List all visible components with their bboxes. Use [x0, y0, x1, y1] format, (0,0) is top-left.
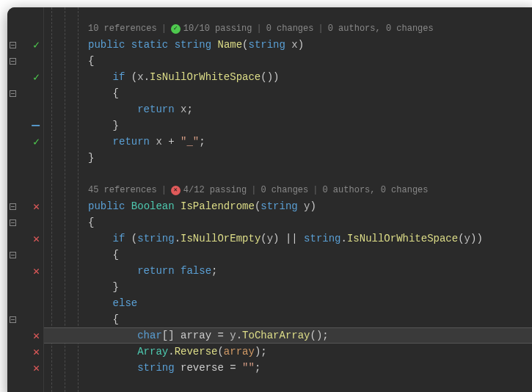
codelens-sep: |: [318, 21, 323, 37]
code-area[interactable]: 10 references | ✓ 10/10 passing | 0 chan…: [44, 7, 532, 392]
codelens-tests[interactable]: 4/12 passing: [183, 182, 247, 198]
code-line[interactable]: return false;: [44, 263, 532, 279]
gutter-fail-icon: ✕: [7, 263, 44, 279]
gutter-pass-icon: ✓: [7, 37, 44, 53]
code-line[interactable]: }: [44, 150, 532, 166]
codelens-changes[interactable]: 0 changes: [266, 21, 314, 37]
fold-toggle[interactable]: [7, 214, 18, 231]
code-line[interactable]: {: [44, 247, 532, 263]
codelens-refs[interactable]: 45 references: [88, 182, 157, 198]
gutter-change-icon: —: [7, 117, 44, 134]
fold-toggle[interactable]: [7, 53, 18, 69]
code-editor: ✓ ✓ — ✓ ✕ ✕ ✕ ✕ ✕ ✕ 10 references | ✓ 10…: [7, 7, 532, 392]
code-line[interactable]: if (string.IsNullOrEmpty(y) || string.Is…: [44, 231, 532, 247]
gutter-fail-icon: ✕: [7, 327, 44, 344]
code-line[interactable]: string reverse = "";: [44, 360, 532, 376]
codelens-row[interactable]: 10 references | ✓ 10/10 passing | 0 chan…: [44, 21, 532, 37]
code-line[interactable]: }: [44, 279, 532, 295]
gutter-fail-icon: ✕: [7, 360, 44, 376]
test-fail-icon: ✕: [171, 186, 181, 195]
gutter-fail-icon: ✕: [7, 344, 44, 360]
codelens-refs[interactable]: 10 references: [88, 21, 157, 37]
fold-toggle[interactable]: [7, 85, 18, 101]
code-line[interactable]: return x + "_";: [44, 134, 532, 150]
code-line[interactable]: {: [44, 214, 532, 231]
gutter-pass-icon: ✓: [7, 134, 44, 150]
code-line[interactable]: return x;: [44, 101, 532, 117]
code-line[interactable]: }: [44, 117, 532, 134]
codelens-authors[interactable]: 0 authors, 0 changes: [322, 182, 428, 198]
code-line[interactable]: else: [44, 295, 532, 311]
code-line-active[interactable]: char[] array = y.ToCharArray();: [44, 327, 532, 344]
codelens-sep: |: [161, 182, 167, 198]
fold-toggle[interactable]: [7, 247, 18, 263]
code-line[interactable]: {: [44, 53, 532, 69]
codelens-changes[interactable]: 0 changes: [260, 182, 308, 198]
codelens-sep: |: [313, 182, 318, 198]
code-lines: 10 references | ✓ 10/10 passing | 0 chan…: [44, 7, 532, 376]
code-line[interactable]: public static string Name(string x): [44, 37, 532, 53]
code-line[interactable]: {: [44, 85, 532, 101]
code-line[interactable]: public Boolean IsPalendrome(string y): [44, 198, 532, 214]
code-line[interactable]: Array.Reverse(array);: [44, 344, 532, 360]
gutter-fail-icon: ✕: [7, 198, 44, 214]
gutter: ✓ ✓ — ✓ ✕ ✕ ✕ ✕ ✕ ✕: [7, 7, 44, 392]
gutter-fail-icon: ✕: [7, 231, 44, 247]
codelens-sep: |: [161, 21, 167, 37]
code-line[interactable]: [44, 166, 532, 182]
gutter-pass-icon: ✓: [7, 69, 44, 85]
codelens-row[interactable]: 45 references | ✕ 4/12 passing | 0 chang…: [44, 182, 532, 198]
test-pass-icon: ✓: [171, 24, 181, 34]
codelens-sep: |: [251, 182, 256, 198]
codelens-authors[interactable]: 0 authors, 0 changes: [328, 21, 434, 37]
fold-toggle[interactable]: [7, 311, 18, 327]
codelens-tests[interactable]: 10/10 passing: [183, 21, 252, 37]
codelens-sep: |: [256, 21, 261, 37]
code-line[interactable]: if (x.IsNullOrWhiteSpace()): [44, 69, 532, 85]
code-line[interactable]: {: [44, 311, 532, 327]
